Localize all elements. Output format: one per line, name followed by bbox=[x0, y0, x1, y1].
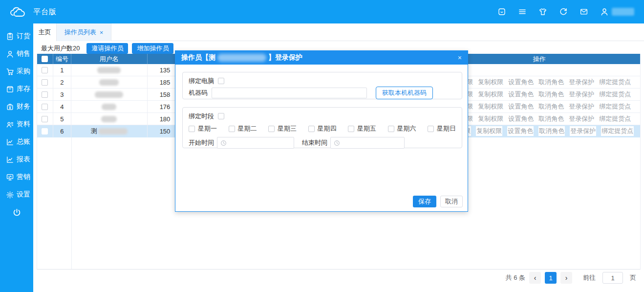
weekday-tuesday[interactable]: 星期二 bbox=[229, 124, 269, 133]
header-username: 用户名 bbox=[71, 54, 148, 64]
next-page-button[interactable]: › bbox=[560, 272, 572, 284]
dialog-title-prefix: 操作员【测 bbox=[181, 53, 215, 62]
set-role-link[interactable]: 设置角色 bbox=[508, 114, 534, 123]
sidebar-item-label: 库存 bbox=[17, 85, 30, 93]
close-icon[interactable]: × bbox=[458, 54, 462, 61]
sidebar-item-yingxiao[interactable]: 营销 bbox=[0, 168, 33, 186]
weekday-checkbox[interactable] bbox=[388, 126, 394, 132]
copy-permission-link[interactable]: 复制权限 bbox=[478, 90, 503, 99]
sidebar-item-label: 销售 bbox=[17, 49, 30, 58]
sidebar-item-kucun[interactable]: 库存 bbox=[0, 80, 33, 98]
login-protect-link[interactable]: 登录保护 bbox=[569, 78, 594, 87]
login-protect-link[interactable]: 登录保护 bbox=[569, 102, 594, 111]
tab-home[interactable]: 主页 bbox=[33, 23, 57, 41]
weekday-checkbox[interactable] bbox=[268, 126, 275, 132]
copy-permission-link[interactable]: 复制权限 bbox=[476, 126, 502, 136]
theme-tshirt-icon[interactable] bbox=[538, 7, 547, 16]
clock-icon bbox=[220, 140, 227, 146]
weekday-thursday[interactable]: 星期四 bbox=[308, 124, 348, 133]
row-username-redacted bbox=[71, 89, 148, 101]
start-time-input[interactable] bbox=[217, 137, 294, 149]
dialog-title-suffix: 】登录保护 bbox=[268, 53, 302, 62]
menu-icon[interactable] bbox=[518, 7, 527, 16]
cancel-role-link[interactable]: 取消角色 bbox=[538, 102, 564, 111]
row-checkbox[interactable] bbox=[37, 101, 53, 113]
login-protect-link[interactable]: 登录保护 bbox=[569, 114, 594, 123]
sidebar-item-ziliao[interactable]: 资料 bbox=[0, 115, 33, 133]
sidebar-item-label: 设置 bbox=[17, 190, 30, 199]
row-no: 1 bbox=[53, 64, 71, 76]
weekday-checkbox[interactable] bbox=[348, 126, 354, 132]
goto-page-input[interactable] bbox=[602, 272, 623, 284]
sidebar-item-baobiao[interactable]: 报表 bbox=[0, 151, 33, 168]
weekday-monday[interactable]: 星期一 bbox=[189, 124, 229, 133]
sidebar-item-zongzhang[interactable]: 总账 bbox=[0, 133, 33, 151]
refresh-icon[interactable] bbox=[559, 7, 568, 16]
weekday-saturday[interactable]: 星期六 bbox=[388, 124, 428, 133]
cloud-logo-icon bbox=[8, 4, 27, 20]
row-checkbox[interactable] bbox=[37, 113, 53, 125]
cancel-role-link[interactable]: 取消角色 bbox=[538, 90, 564, 99]
prev-page-button[interactable]: ‹ bbox=[529, 272, 541, 284]
copy-permission-link[interactable]: 复制权限 bbox=[478, 114, 503, 123]
tab-home-label: 主页 bbox=[39, 28, 51, 37]
sidebar-item-caigou[interactable]: 采购 bbox=[0, 63, 33, 80]
weekday-sunday[interactable]: 星期日 bbox=[428, 124, 456, 133]
bind-pickup-link[interactable]: 绑定提货点 bbox=[601, 126, 634, 136]
workbench-icon[interactable] bbox=[497, 7, 506, 16]
tab-close-icon[interactable]: × bbox=[100, 29, 104, 36]
sidebar-item-xiaoshou[interactable]: 销售 bbox=[0, 45, 33, 63]
get-machine-code-button[interactable]: 获取本机机器码 bbox=[376, 87, 433, 99]
bind-computer-checkbox[interactable] bbox=[218, 78, 224, 84]
weekday-checkbox[interactable] bbox=[229, 126, 235, 132]
set-role-link[interactable]: 设置角色 bbox=[508, 102, 534, 111]
select-all-checkbox[interactable] bbox=[37, 54, 53, 64]
bind-pickup-link[interactable]: 绑定提货点 bbox=[599, 114, 631, 123]
sidebar-item-dinghuo[interactable]: 订货 bbox=[0, 27, 33, 45]
cancel-button[interactable]: 取消 bbox=[440, 196, 463, 207]
mail-icon[interactable] bbox=[580, 7, 588, 16]
row-checkbox[interactable] bbox=[37, 125, 53, 137]
bind-pickup-link[interactable]: 绑定提货点 bbox=[599, 78, 631, 87]
bind-pickup-link[interactable]: 绑定提货点 bbox=[599, 90, 631, 99]
save-button[interactable]: 保存 bbox=[413, 196, 436, 207]
bind-period-checkbox[interactable] bbox=[218, 113, 224, 119]
page-number-active[interactable]: 1 bbox=[545, 272, 557, 284]
sidebar-item-shezhi[interactable]: 设置 bbox=[0, 186, 33, 203]
row-checkbox[interactable] bbox=[37, 89, 53, 101]
invite-operator-button[interactable]: 邀请操作员 bbox=[86, 43, 128, 54]
machine-code-input[interactable] bbox=[212, 88, 367, 98]
weekday-wednesday[interactable]: 星期三 bbox=[268, 124, 308, 133]
sidebar-item-caiwu[interactable]: 财务 bbox=[0, 98, 33, 115]
row-checkbox[interactable] bbox=[37, 76, 53, 89]
toolbar: 最大用户数20 邀请操作员 增加操作员 bbox=[33, 42, 173, 55]
row-no: 5 bbox=[53, 113, 71, 125]
logout-power-icon[interactable] bbox=[0, 203, 33, 221]
copy-permission-link[interactable]: 复制权限 bbox=[478, 102, 503, 111]
tab-operator-list[interactable]: 操作员列表 × bbox=[57, 23, 111, 41]
user-account[interactable] bbox=[600, 7, 634, 16]
weekday-checkbox[interactable] bbox=[189, 126, 195, 132]
add-operator-button[interactable]: 增加操作员 bbox=[132, 43, 173, 54]
login-protect-link[interactable]: 登录保护 bbox=[570, 126, 596, 136]
weekday-checkbox[interactable] bbox=[428, 126, 434, 132]
end-time-input[interactable] bbox=[330, 137, 405, 149]
copy-permission-link[interactable]: 复制权限 bbox=[478, 78, 503, 87]
set-role-link[interactable]: 设置角色 bbox=[508, 78, 534, 87]
app-title: 平台版 bbox=[33, 7, 57, 17]
bind-pickup-link[interactable]: 绑定提货点 bbox=[599, 102, 631, 111]
app-root: 平台版 bbox=[0, 0, 644, 292]
bind-computer-label: 绑定电脑 bbox=[189, 77, 214, 86]
total-count-label: 共 6 条 bbox=[506, 273, 525, 282]
login-protect-link[interactable]: 登录保护 bbox=[569, 90, 594, 99]
row-checkbox[interactable] bbox=[37, 64, 53, 76]
cancel-role-link[interactable]: 取消角色 bbox=[538, 126, 565, 136]
cancel-role-link[interactable]: 取消角色 bbox=[538, 114, 564, 123]
bind-period-group: 绑定时段 星期一 星期二 星期三 星期四 星期五 星期六 星期日 开始时间 结束… bbox=[182, 107, 462, 148]
set-role-link[interactable]: 设置角色 bbox=[507, 126, 534, 136]
weekday-checkbox[interactable] bbox=[308, 126, 315, 132]
cancel-role-link[interactable]: 取消角色 bbox=[538, 78, 564, 87]
weekday-friday[interactable]: 星期五 bbox=[348, 124, 388, 133]
set-role-link[interactable]: 设置角色 bbox=[508, 90, 534, 99]
sidebar-item-label: 报表 bbox=[17, 155, 30, 164]
